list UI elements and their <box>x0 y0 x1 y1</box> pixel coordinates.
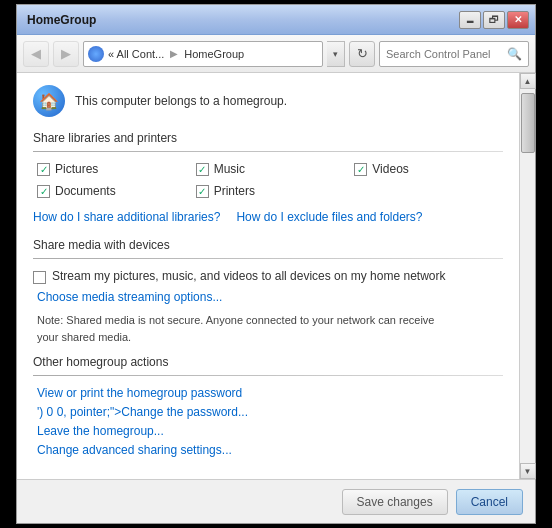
save-changes-button[interactable]: Save changes <box>342 489 448 515</box>
content-area: 🏠 This computer belongs to a homegroup. … <box>17 73 535 479</box>
stream-row: Stream my pictures, music, and videos to… <box>33 269 503 284</box>
address-arrow: ▶ <box>170 48 178 59</box>
printers-label: Printers <box>214 184 255 198</box>
other-actions-title: Other homegroup actions <box>33 355 503 369</box>
minimize-button[interactable]: 🗕 <box>459 11 481 29</box>
share-libraries-divider <box>33 151 503 152</box>
share-media-note: Note: Shared media is not secure. Anyone… <box>37 312 503 345</box>
share-libraries-section: Share libraries and printers Pictures Mu… <box>33 131 503 224</box>
stream-text: Stream my pictures, music, and videos to… <box>52 269 446 283</box>
other-actions-divider <box>33 375 503 376</box>
cancel-button[interactable]: Cancel <box>456 489 523 515</box>
checkbox-videos: Videos <box>354 162 503 176</box>
scrollbar-down-button[interactable]: ▼ <box>520 463 536 479</box>
footer: Save changes Cancel <box>17 479 535 523</box>
window-title: HomeGroup <box>27 13 96 27</box>
pictures-checkbox[interactable] <box>37 163 50 176</box>
scrollbar-track <box>520 89 536 463</box>
music-label: Music <box>214 162 245 176</box>
search-box[interactable]: 🔍 <box>379 41 529 67</box>
search-icon: 🔍 <box>507 47 522 61</box>
streaming-options-link[interactable]: Choose media streaming options... <box>37 290 222 304</box>
music-checkbox[interactable] <box>196 163 209 176</box>
window-controls: 🗕 🗗 ✕ <box>459 11 529 29</box>
main-window: HomeGroup 🗕 🗗 ✕ ◀ ▶ « All Cont... ▶ Home… <box>16 4 536 524</box>
pictures-label: Pictures <box>55 162 98 176</box>
homegroup-icon: 🏠 <box>33 85 65 117</box>
videos-label: Videos <box>372 162 408 176</box>
share-libraries-title: Share libraries and printers <box>33 131 503 145</box>
search-input[interactable] <box>386 48 503 60</box>
address-bar[interactable]: « All Cont... ▶ HomeGroup <box>83 41 323 67</box>
share-media-title: Share media with devices <box>33 238 503 252</box>
homegroup-header: 🏠 This computer belongs to a homegroup. <box>33 85 503 117</box>
checkbox-pictures: Pictures <box>37 162 186 176</box>
documents-checkbox[interactable] <box>37 185 50 198</box>
titlebar: HomeGroup 🗕 🗗 ✕ <box>17 5 535 35</box>
share-links-row: How do I share additional libraries? How… <box>33 210 503 224</box>
share-media-divider <box>33 258 503 259</box>
address-icon <box>88 46 104 62</box>
actions-list: View or print the homegroup password ') … <box>37 386 503 457</box>
share-libraries-link[interactable]: How do I share additional libraries? <box>33 210 220 224</box>
checkbox-printers: Printers <box>196 184 345 198</box>
homegroup-icon-graphic: 🏠 <box>33 85 65 117</box>
forward-button[interactable]: ▶ <box>53 41 79 67</box>
videos-checkbox[interactable] <box>354 163 367 176</box>
address-dropdown-button[interactable]: ▾ <box>327 41 345 67</box>
change-password-link[interactable]: ') 0 0, pointer;">Change the password... <box>37 405 503 419</box>
header-text: This computer belongs to a homegroup. <box>75 94 287 108</box>
toolbar: ◀ ▶ « All Cont... ▶ HomeGroup ▾ ↻ 🔍 <box>17 35 535 73</box>
refresh-button[interactable]: ↻ <box>349 41 375 67</box>
stream-checkbox[interactable] <box>33 271 46 284</box>
address-current: HomeGroup <box>184 48 244 60</box>
checkbox-music: Music <box>196 162 345 176</box>
maximize-button[interactable]: 🗗 <box>483 11 505 29</box>
scrollbar-up-button[interactable]: ▲ <box>520 73 536 89</box>
view-password-link[interactable]: View or print the homegroup password <box>37 386 503 400</box>
checkbox-documents: Documents <box>37 184 186 198</box>
scrollbar: ▲ ▼ <box>519 73 535 479</box>
documents-label: Documents <box>55 184 116 198</box>
other-actions-section: Other homegroup actions View or print th… <box>33 355 503 457</box>
advanced-sharing-link[interactable]: Change advanced sharing settings... <box>37 443 503 457</box>
exclude-files-link[interactable]: How do I exclude files and folders? <box>236 210 422 224</box>
address-prefix: « All Cont... <box>108 48 164 60</box>
back-button[interactable]: ◀ <box>23 41 49 67</box>
close-button[interactable]: ✕ <box>507 11 529 29</box>
share-media-section: Share media with devices Stream my pictu… <box>33 238 503 345</box>
leave-homegroup-link[interactable]: Leave the homegroup... <box>37 424 503 438</box>
scrollbar-thumb[interactable] <box>521 93 535 153</box>
printers-checkbox[interactable] <box>196 185 209 198</box>
main-content: 🏠 This computer belongs to a homegroup. … <box>17 73 519 479</box>
checkbox-grid: Pictures Music Videos Documents <box>33 162 503 198</box>
